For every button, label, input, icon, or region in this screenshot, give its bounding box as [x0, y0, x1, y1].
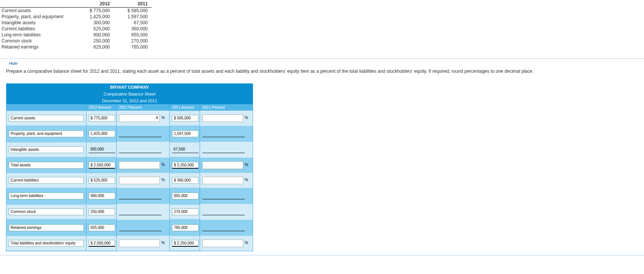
amount-2012-input[interactable]: $ 775,000 [89, 115, 115, 122]
amount-2012-cell: 1,425,000 [86, 127, 116, 141]
amount-2011-input[interactable]: 765,000 [172, 224, 199, 231]
percent-input[interactable] [202, 114, 243, 122]
percent-input[interactable]: .4 [119, 114, 160, 122]
row-label[interactable]: Retained earnings [9, 224, 84, 231]
data-row-2011: 855,000 [114, 32, 152, 38]
percent-blank[interactable] [119, 226, 161, 231]
amount-2012-input[interactable]: 900,000 [89, 193, 115, 199]
percent-2011-cell [200, 188, 253, 204]
row-label[interactable]: Total assets [9, 162, 84, 169]
percent-2012-cell [116, 188, 169, 204]
data-row-2012: 1,425,000 [76, 14, 114, 20]
row-label[interactable]: Current liabilities [9, 177, 84, 184]
amount-2012-input[interactable]: 250,000 [89, 208, 115, 215]
data-row-2011: 1,597,500 [114, 14, 152, 20]
amount-2012-input[interactable]: $ 2,500,000 [89, 162, 115, 169]
amount-2012-input[interactable]: $ 525,000 [89, 177, 115, 184]
amount-2012-cell: 900,000 [86, 189, 116, 203]
col-blank [0, 1, 76, 8]
row-label[interactable]: Total liabilities and stockholders' equi… [9, 240, 84, 247]
data-row-label: Intangible assets [0, 20, 76, 26]
col-2012: 2012 [76, 1, 114, 8]
amount-2011-cell: 270,000 [169, 205, 200, 219]
data-row-2011: 360,000 [114, 26, 152, 32]
amount-2011-input[interactable]: $ 585,000 [172, 115, 199, 122]
percent-input[interactable] [202, 161, 243, 169]
percent-blank[interactable] [202, 194, 245, 199]
percent-unit: % [161, 116, 165, 120]
amount-2012-cell: 825,000 [86, 221, 116, 235]
amount-2012-cell: $ 2,500,000 [86, 158, 116, 172]
percent-blank[interactable] [202, 210, 245, 215]
ws-col-2011-amount: 2011 Amount [169, 104, 200, 111]
data-row-2011: 270,000 [114, 38, 152, 44]
percent-2012-cell: % [116, 236, 169, 251]
percent-2011-cell [200, 142, 253, 158]
row-label[interactable]: Property, plant, and equipment [9, 130, 84, 137]
row-label-cell: Total assets [6, 158, 86, 172]
percent-unit: % [161, 241, 165, 245]
percent-input[interactable] [119, 177, 160, 184]
row-label-cell: Intangible assets [6, 142, 86, 157]
amount-2011-input[interactable]: 1,597,500 [172, 130, 199, 137]
amount-2012-input[interactable]: 1,425,000 [89, 130, 115, 137]
amount-2011-input[interactable]: 270,000 [172, 208, 199, 215]
percent-blank[interactable] [202, 132, 245, 137]
amount-2011-input[interactable]: 855,000 [172, 193, 199, 199]
percent-unit: % [245, 178, 248, 182]
percent-unit: % [161, 163, 165, 167]
percent-2012-cell [116, 126, 169, 142]
amount-2011-cell: 1,597,500 [169, 127, 200, 141]
amount-2011-input[interactable]: 67,500 [172, 146, 199, 153]
amount-2012-input[interactable]: $ 2,500,000 [89, 240, 115, 247]
data-row-2012: 300,000 [76, 20, 114, 26]
row-label[interactable]: Long-term liabilities [9, 193, 84, 199]
percent-2012-cell: % [116, 173, 169, 188]
percent-2012-cell [116, 142, 169, 158]
percent-blank[interactable] [119, 194, 161, 199]
amount-2012-input[interactable]: 825,000 [89, 224, 115, 231]
percent-unit: % [245, 163, 248, 167]
amount-2012-cell: $ 775,000 [86, 111, 116, 125]
percent-2011-cell [200, 126, 253, 142]
percent-2012-cell [116, 204, 169, 220]
worksheet: BRYANT COMPANY Comparative Balance Sheet… [6, 83, 253, 251]
amount-2011-input[interactable]: $ 2,250,000 [172, 240, 199, 247]
data-row-2012: 250,000 [76, 38, 114, 44]
amount-2012-cell: 300,000 [86, 142, 116, 157]
percent-input[interactable] [202, 240, 243, 247]
amount-2012-cell: $ 525,000 [86, 173, 116, 188]
given-data-table: 2012 2011 Current assets$ 775,000$ 585,0… [0, 0, 644, 52]
amount-2011-cell: $ 585,000 [169, 111, 200, 125]
percent-blank[interactable] [119, 132, 161, 137]
data-row-label: Current liabilities [0, 26, 76, 32]
problem-panel: Hide Prepare a comparative balance sheet… [0, 58, 644, 255]
data-row-2011: 67,500 [114, 20, 152, 26]
row-label[interactable]: Current assets [9, 115, 84, 122]
percent-input[interactable] [202, 177, 243, 184]
percent-input[interactable] [119, 161, 160, 169]
percent-input[interactable] [119, 240, 160, 247]
amount-2011-input[interactable]: $ 2,250,000 [172, 162, 199, 169]
data-row-label: Common stock [0, 38, 76, 44]
amount-2011-cell: $ 2,250,000 [169, 158, 200, 172]
percent-2011-cell: % [200, 158, 253, 173]
percent-blank[interactable] [202, 226, 245, 231]
percent-2012-cell [116, 220, 169, 236]
percent-blank[interactable] [119, 210, 161, 215]
data-row-2012: 900,000 [76, 32, 114, 38]
percent-unit: % [161, 178, 165, 182]
row-label-cell: Property, plant, and equipment [6, 127, 86, 141]
row-label-cell: Total liabilities and stockholders' equi… [6, 236, 86, 251]
row-label[interactable]: Common stock [9, 208, 84, 215]
percent-blank[interactable] [119, 148, 161, 153]
amount-2011-input[interactable]: $ 360,000 [172, 177, 199, 184]
ws-col-2012-percent: 2012 Percent [116, 104, 169, 111]
row-label[interactable]: Intangible assets [9, 146, 84, 153]
percent-blank[interactable] [202, 148, 245, 153]
hide-link[interactable]: Hide [0, 59, 18, 67]
ws-col-2011-percent: 2011 Percent [200, 104, 253, 111]
amount-2011-cell: $ 360,000 [169, 173, 200, 188]
amount-2012-input[interactable]: 300,000 [89, 146, 115, 153]
percent-unit: % [245, 116, 248, 120]
